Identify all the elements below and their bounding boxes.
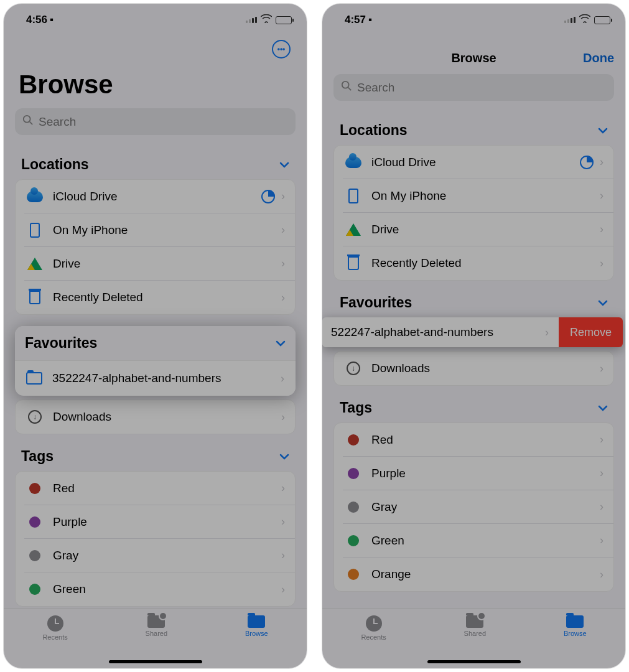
tab-recents[interactable]: Recents — [42, 615, 67, 641]
chevron-right-icon: › — [600, 568, 607, 581]
tag-dot-icon — [343, 569, 364, 580]
tags-header[interactable]: Tags — [15, 434, 296, 471]
svg-point-0 — [24, 116, 30, 123]
search-input[interactable] — [39, 115, 288, 129]
chevron-right-icon: › — [281, 291, 289, 304]
remove-button[interactable]: Remove — [559, 317, 623, 347]
tag-red[interactable]: Red › — [24, 472, 295, 505]
tag-red[interactable]: Red › — [343, 423, 613, 457]
favourite-item-swiped[interactable]: 522247-alphabet-and-numbers › Remove — [322, 317, 623, 347]
search-icon — [22, 114, 34, 129]
tag-purple[interactable]: Purple › — [24, 505, 295, 539]
locations-title: Locations — [21, 156, 89, 173]
tab-label: Recents — [361, 633, 386, 641]
tag-dot-icon — [24, 483, 45, 494]
search-field[interactable] — [15, 108, 296, 135]
tag-green[interactable]: Green › — [24, 572, 295, 606]
list-item-label: Recently Deleted — [371, 256, 600, 270]
list-item-label: Drive — [371, 223, 600, 236]
trash-icon — [343, 256, 364, 270]
download-icon: ↓ — [343, 362, 364, 375]
chevron-right-icon: › — [281, 190, 289, 203]
tag-orange[interactable]: Orange › — [343, 558, 613, 591]
list-item-label: Gray — [53, 549, 281, 562]
folder-icon — [24, 372, 45, 385]
locations-header[interactable]: Locations — [15, 142, 296, 179]
chevron-right-icon: › — [281, 411, 289, 424]
tag-dot-icon — [24, 550, 45, 561]
tab-shared[interactable]: Shared — [464, 615, 486, 637]
tab-browse[interactable]: Browse — [245, 615, 268, 637]
search-icon — [341, 80, 352, 95]
tag-dot-icon — [343, 535, 364, 546]
home-indicator[interactable] — [109, 660, 202, 663]
chevron-right-icon: › — [600, 223, 607, 236]
favourites-section-highlighted: Favourites 3522247-alphabet-and-numbers … — [15, 326, 296, 396]
chevron-right-icon: › — [600, 156, 607, 169]
tags-list: Red › Purple › Gray › Green › Orange — [333, 422, 614, 592]
favourites-header[interactable]: Favourites — [333, 281, 614, 317]
folder-icon — [566, 615, 584, 628]
tab-browse[interactable]: Browse — [564, 615, 587, 637]
locations-header[interactable]: Locations — [333, 108, 614, 145]
tags-header[interactable]: Tags — [333, 386, 614, 422]
list-item-label: Purple — [371, 467, 600, 480]
location-drive[interactable]: Drive › — [343, 213, 613, 246]
favourites-header[interactable]: Favourites — [15, 326, 296, 361]
tab-recents[interactable]: Recents — [361, 615, 386, 641]
location-recently-deleted[interactable]: Recently Deleted › — [24, 281, 295, 314]
svg-line-1 — [30, 122, 33, 125]
done-button[interactable]: Done — [583, 51, 614, 65]
search-input[interactable] — [357, 81, 607, 95]
location-recently-deleted[interactable]: Recently Deleted › — [343, 246, 613, 280]
clock-icon — [366, 615, 382, 632]
search-field[interactable] — [333, 74, 614, 101]
chevron-right-icon: › — [600, 189, 607, 202]
favourite-item[interactable]: 3522247-alphabet-and-numbers › — [24, 361, 296, 396]
tags-title: Tags — [340, 399, 372, 416]
chevron-down-icon — [279, 451, 289, 462]
favourite-item-content[interactable]: 522247-alphabet-and-numbers › — [322, 317, 559, 347]
tab-label: Browse — [245, 630, 268, 637]
tag-gray[interactable]: Gray › — [343, 490, 613, 524]
svg-point-2 — [342, 82, 349, 88]
page-title: Browse — [19, 70, 296, 100]
tab-label: Shared — [464, 630, 486, 637]
tags-title: Tags — [21, 448, 54, 465]
tag-dot-icon — [343, 434, 364, 446]
chevron-right-icon: › — [545, 326, 552, 339]
locations-list: iCloud Drive › On My iPhone › Drive › Re… — [15, 179, 296, 315]
tag-green[interactable]: Green › — [343, 524, 613, 558]
chevron-right-icon: › — [281, 583, 289, 596]
tag-dot-icon — [24, 584, 45, 595]
home-indicator[interactable] — [427, 660, 521, 663]
tab-label: Shared — [146, 630, 167, 637]
download-icon: ↓ — [24, 410, 45, 424]
downloads-item[interactable]: ↓ Downloads › — [24, 400, 295, 434]
iphone-icon — [24, 223, 45, 238]
cloud-icon — [24, 191, 45, 202]
location-icloud[interactable]: iCloud Drive › — [24, 180, 295, 213]
location-on-my-iphone[interactable]: On My iPhone › — [24, 213, 295, 247]
clock-icon — [47, 615, 63, 632]
tab-label: Browse — [564, 630, 587, 637]
chevron-right-icon: › — [600, 433, 607, 446]
location-on-my-iphone[interactable]: On My iPhone › — [343, 179, 613, 213]
cloud-icon — [343, 157, 364, 168]
chevron-right-icon: › — [281, 549, 289, 562]
tag-gray[interactable]: Gray › — [24, 539, 295, 572]
tab-bar: Recents Shared Browse — [322, 609, 625, 668]
folder-icon — [248, 615, 265, 628]
chevron-right-icon: › — [281, 515, 289, 528]
list-item-label: On My iPhone — [53, 223, 281, 237]
tag-purple[interactable]: Purple › — [343, 457, 613, 490]
tab-shared[interactable]: Shared — [146, 615, 167, 637]
location-icloud[interactable]: iCloud Drive › — [343, 146, 613, 179]
favourites-title: Favourites — [340, 294, 412, 311]
location-drive[interactable]: Drive › — [24, 247, 295, 281]
gdrive-icon — [343, 223, 364, 236]
list-item-label: Purple — [53, 515, 281, 529]
downloads-item[interactable]: ↓ Downloads › — [343, 352, 613, 385]
list-item-label: Red — [53, 482, 281, 495]
more-menu-button[interactable]: ••• — [272, 40, 291, 58]
